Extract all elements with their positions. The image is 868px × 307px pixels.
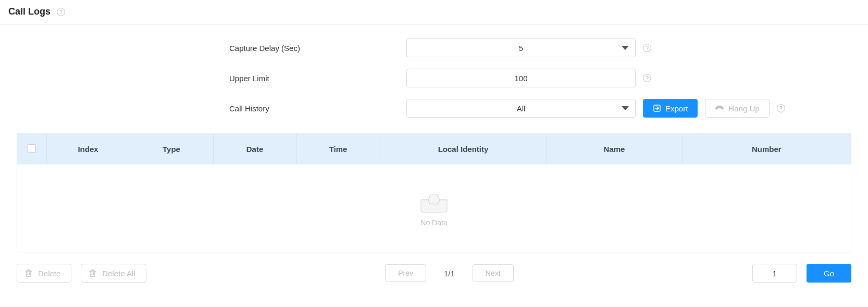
form-section: Capture Delay (Sec) 5 ? Upper Limit ? Ca… [0, 25, 868, 133]
delete-all-label: Delete All [102, 269, 135, 278]
row-call-history: Call History All Export Hang Up ? [0, 99, 868, 118]
delete-button: Delete [17, 264, 71, 283]
delete-label: Delete [38, 269, 60, 278]
th-checkbox [17, 134, 46, 164]
th-number: Number [682, 134, 851, 164]
help-icon[interactable]: ? [643, 44, 651, 52]
help-icon[interactable]: ? [643, 74, 651, 82]
row-upper-limit: Upper Limit ? [0, 69, 868, 87]
footer-center: Prev 1/1 Next [146, 264, 752, 282]
help-icon[interactable]: ? [57, 8, 65, 16]
prev-button: Prev [385, 264, 426, 282]
th-time: Time [296, 134, 380, 164]
footer-right: Go [752, 264, 851, 283]
row-capture-delay: Capture Delay (Sec) 5 ? [0, 39, 868, 57]
next-button: Next [473, 264, 514, 282]
export-button[interactable]: Export [643, 99, 698, 118]
th-type: Type [130, 134, 213, 164]
hangup-label: Hang Up [728, 104, 759, 113]
table-section: Index Type Date Time Local Identity Name… [0, 133, 868, 252]
hangup-button: Hang Up [705, 99, 769, 118]
select-all-checkbox[interactable] [28, 144, 36, 152]
th-index: Index [46, 134, 130, 164]
trash-icon [89, 269, 97, 277]
call-history-select[interactable]: All [406, 99, 636, 118]
page-header: Call Logs ? [0, 0, 868, 25]
empty-state: No Data [17, 164, 851, 252]
call-history-value: All [517, 104, 526, 113]
capture-delay-label: Capture Delay (Sec) [0, 44, 406, 53]
inbox-icon [17, 190, 851, 213]
call-logs-table: Index Type Date Time Local Identity Name… [17, 134, 851, 252]
table-container: Index Type Date Time Local Identity Name… [17, 133, 851, 252]
upper-limit-input[interactable] [406, 69, 636, 87]
help-icon[interactable]: ? [777, 104, 785, 112]
export-label: Export [665, 104, 688, 113]
capture-delay-select[interactable]: 5 [406, 39, 636, 57]
th-name: Name [547, 134, 682, 164]
page-indicator: 1/1 [444, 269, 455, 278]
th-date: Date [213, 134, 296, 164]
table-header-row: Index Type Date Time Local Identity Name… [17, 134, 851, 164]
chevron-down-icon [622, 106, 629, 110]
upper-limit-label: Upper Limit [0, 74, 406, 83]
call-history-label: Call History [0, 104, 406, 113]
export-icon [653, 104, 661, 112]
phone-icon [715, 105, 724, 111]
footer-left: Delete Delete All [17, 264, 146, 283]
th-local-identity: Local Identity [380, 134, 547, 164]
empty-row: No Data [17, 164, 851, 252]
chevron-down-icon [622, 46, 629, 50]
capture-delay-value: 5 [519, 44, 523, 53]
go-button[interactable]: Go [807, 264, 851, 283]
trash-icon [24, 269, 33, 277]
footer-bar: Delete Delete All Prev 1/1 Next Go [0, 252, 868, 294]
empty-text: No Data [17, 219, 851, 227]
delete-all-button: Delete All [81, 264, 146, 283]
page-input[interactable] [752, 264, 797, 283]
page-title: Call Logs [8, 6, 51, 17]
